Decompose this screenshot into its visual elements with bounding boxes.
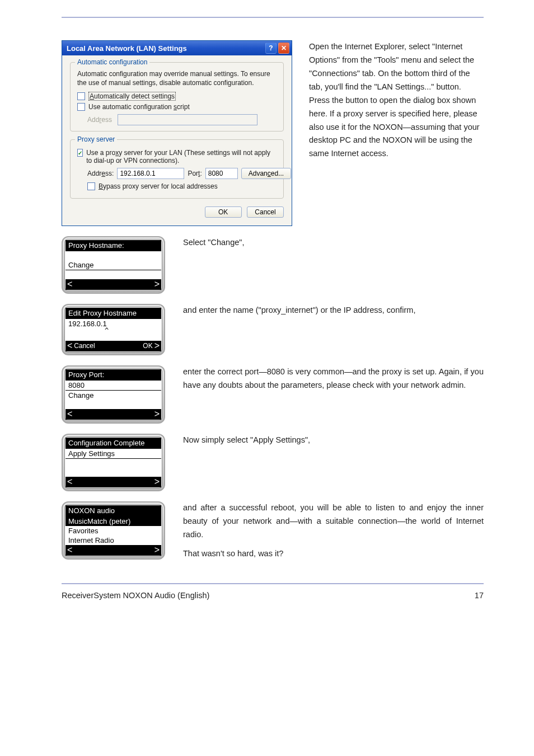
device-proxy-hostname: Proxy Hostname: Change < > <box>62 236 165 294</box>
nav-right-icon[interactable]: > <box>154 341 160 350</box>
para-enter-name: and enter the name ("proxy_internet") or… <box>183 304 484 317</box>
group-legend: Automatic configuration <box>75 58 149 66</box>
para-select-change: Select "Change", <box>183 236 484 250</box>
nav-right-icon[interactable]: > <box>154 477 160 486</box>
proxy-server-group: Proxy server ✓ Use a proxy server for yo… <box>70 139 284 199</box>
nav-left-icon[interactable]: < <box>67 410 72 419</box>
device-line[interactable]: Change <box>65 391 161 400</box>
device-line[interactable]: Change <box>65 260 161 270</box>
autoconf-description: Automatic configuration may override man… <box>77 69 277 87</box>
device-noxon-audio: NOXON audio MusicMatch (peter) Favorites… <box>62 501 165 560</box>
nav-right-icon[interactable]: > <box>154 546 160 555</box>
device-title: Proxy Port: <box>65 369 161 381</box>
proxy-port-input[interactable] <box>205 168 238 179</box>
script-address-input <box>118 114 257 125</box>
page-number: 17 <box>475 591 484 600</box>
para-apply-settings: Now simply select "Apply Settings", <box>183 434 484 447</box>
dialog-title: Local Area Network (LAN) Settings <box>67 44 264 53</box>
device-line: 8080 <box>65 381 161 391</box>
footer-left: ReceiverSystem NOXON Audio (English) <box>62 591 209 600</box>
bypass-local-label: Bypass proxy server for local addresses <box>99 182 218 190</box>
nav-left-icon[interactable]: < <box>67 341 72 350</box>
para-lan-settings: Open the Internet Explorer, select "Inte… <box>309 40 484 161</box>
bottom-divider <box>62 583 484 584</box>
device-line[interactable]: 192.168.0.1 <box>65 319 161 328</box>
cancel-button[interactable]: Cancel <box>247 206 284 218</box>
bypass-local-checkbox[interactable] <box>87 182 95 190</box>
device-line[interactable]: Apply Settings <box>65 449 161 459</box>
lan-settings-dialog: Local Area Network (LAN) Settings ? ✕ Au… <box>62 40 292 226</box>
help-icon[interactable]: ? <box>265 43 277 54</box>
para-correct-port: enter the correct port—8080 is very comm… <box>183 365 484 392</box>
nav-left-icon[interactable]: < <box>67 546 72 555</box>
device-title: Configuration Complete <box>65 438 161 449</box>
use-proxy-checkbox[interactable]: ✓ <box>77 149 83 157</box>
nav-right-icon[interactable]: > <box>154 280 160 289</box>
device-title: Proxy Hostname: <box>65 240 161 251</box>
device-selected-line[interactable]: MusicMatch (peter) <box>65 516 161 526</box>
device-footer-ok[interactable]: OK <box>143 341 152 350</box>
detect-settings-checkbox[interactable] <box>77 92 85 100</box>
device-edit-proxy-hostname: Edit Proxy Hostname 192.168.0.1 ^ < Canc… <box>62 304 165 355</box>
proxy-port-label: Port: <box>188 170 202 177</box>
detect-settings-label: Automatically detect settings <box>88 92 176 101</box>
nav-left-icon[interactable]: < <box>67 477 72 486</box>
device-line[interactable]: Favorites <box>65 526 161 536</box>
device-footer-cancel[interactable]: Cancel <box>74 341 95 350</box>
proxy-address-label: Address: <box>87 170 114 177</box>
use-script-label: Use automatic configuration script <box>88 103 190 111</box>
device-line[interactable]: Internet Radio <box>65 536 161 545</box>
para-not-hard: That wasn't so hard, was it? <box>183 547 484 561</box>
advanced-button[interactable]: Advanced... <box>241 168 291 179</box>
device-title: NOXON audio <box>65 505 161 516</box>
automatic-configuration-group: Automatic configuration Automatic config… <box>70 62 284 132</box>
nav-left-icon[interactable]: < <box>67 280 72 289</box>
device-proxy-port: Proxy Port: 8080 Change < > <box>62 365 165 424</box>
group-legend: Proxy server <box>75 135 117 143</box>
nav-right-icon[interactable]: > <box>154 410 160 419</box>
close-icon[interactable]: ✕ <box>278 43 289 54</box>
proxy-address-input[interactable] <box>117 168 184 179</box>
use-script-checkbox[interactable] <box>77 103 85 111</box>
top-divider <box>62 17 484 18</box>
address-label-disabled: Address <box>87 116 114 124</box>
caret-icon: ^ <box>65 328 161 333</box>
device-configuration-complete: Configuration Complete Apply Settings < … <box>62 434 165 491</box>
dialog-titlebar: Local Area Network (LAN) Settings ? ✕ <box>62 41 292 55</box>
para-successful-reboot: and after a successful reboot, you will … <box>183 501 484 542</box>
use-proxy-label: Use a proxy server for your LAN (These s… <box>86 149 277 165</box>
device-title: Edit Proxy Hostname <box>65 308 161 319</box>
ok-button[interactable]: OK <box>205 206 242 218</box>
